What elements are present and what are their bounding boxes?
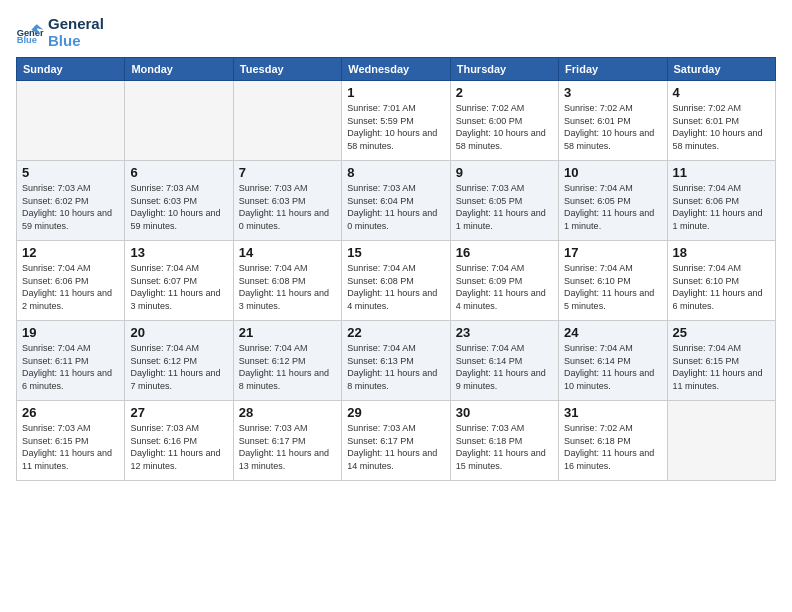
day-number: 11 xyxy=(673,165,770,180)
day-info: Sunrise: 7:03 AM Sunset: 6:18 PM Dayligh… xyxy=(456,422,553,472)
day-info: Sunrise: 7:04 AM Sunset: 6:12 PM Dayligh… xyxy=(130,342,227,392)
day-info: Sunrise: 7:04 AM Sunset: 6:10 PM Dayligh… xyxy=(564,262,661,312)
day-number: 10 xyxy=(564,165,661,180)
calendar-week-row: 1 Sunrise: 7:01 AM Sunset: 5:59 PM Dayli… xyxy=(17,81,776,161)
day-number: 16 xyxy=(456,245,553,260)
calendar-day: 30 Sunrise: 7:03 AM Sunset: 6:18 PM Dayl… xyxy=(450,401,558,481)
calendar-day: 8 Sunrise: 7:03 AM Sunset: 6:04 PM Dayli… xyxy=(342,161,450,241)
calendar-day: 29 Sunrise: 7:03 AM Sunset: 6:17 PM Dayl… xyxy=(342,401,450,481)
calendar-day: 1 Sunrise: 7:01 AM Sunset: 5:59 PM Dayli… xyxy=(342,81,450,161)
day-number: 2 xyxy=(456,85,553,100)
day-info: Sunrise: 7:03 AM Sunset: 6:16 PM Dayligh… xyxy=(130,422,227,472)
day-info: Sunrise: 7:03 AM Sunset: 6:02 PM Dayligh… xyxy=(22,182,119,232)
header: General Blue General Blue xyxy=(16,16,776,49)
day-info: Sunrise: 7:03 AM Sunset: 6:15 PM Dayligh… xyxy=(22,422,119,472)
day-number: 14 xyxy=(239,245,336,260)
day-info: Sunrise: 7:03 AM Sunset: 6:05 PM Dayligh… xyxy=(456,182,553,232)
calendar-day: 24 Sunrise: 7:04 AM Sunset: 6:14 PM Dayl… xyxy=(559,321,667,401)
calendar-week-row: 19 Sunrise: 7:04 AM Sunset: 6:11 PM Dayl… xyxy=(17,321,776,401)
day-info: Sunrise: 7:01 AM Sunset: 5:59 PM Dayligh… xyxy=(347,102,444,152)
calendar-day: 14 Sunrise: 7:04 AM Sunset: 6:08 PM Dayl… xyxy=(233,241,341,321)
day-info: Sunrise: 7:04 AM Sunset: 6:06 PM Dayligh… xyxy=(22,262,119,312)
day-number: 19 xyxy=(22,325,119,340)
calendar-day: 21 Sunrise: 7:04 AM Sunset: 6:12 PM Dayl… xyxy=(233,321,341,401)
calendar-day: 12 Sunrise: 7:04 AM Sunset: 6:06 PM Dayl… xyxy=(17,241,125,321)
calendar-day: 25 Sunrise: 7:04 AM Sunset: 6:15 PM Dayl… xyxy=(667,321,775,401)
day-info: Sunrise: 7:02 AM Sunset: 6:00 PM Dayligh… xyxy=(456,102,553,152)
day-number: 1 xyxy=(347,85,444,100)
day-info: Sunrise: 7:03 AM Sunset: 6:03 PM Dayligh… xyxy=(239,182,336,232)
day-number: 26 xyxy=(22,405,119,420)
day-info: Sunrise: 7:04 AM Sunset: 6:11 PM Dayligh… xyxy=(22,342,119,392)
col-tuesday: Tuesday xyxy=(233,58,341,81)
calendar-week-row: 26 Sunrise: 7:03 AM Sunset: 6:15 PM Dayl… xyxy=(17,401,776,481)
day-info: Sunrise: 7:04 AM Sunset: 6:14 PM Dayligh… xyxy=(564,342,661,392)
calendar-day: 28 Sunrise: 7:03 AM Sunset: 6:17 PM Dayl… xyxy=(233,401,341,481)
calendar-day: 9 Sunrise: 7:03 AM Sunset: 6:05 PM Dayli… xyxy=(450,161,558,241)
day-number: 5 xyxy=(22,165,119,180)
calendar-day: 3 Sunrise: 7:02 AM Sunset: 6:01 PM Dayli… xyxy=(559,81,667,161)
calendar-day: 16 Sunrise: 7:04 AM Sunset: 6:09 PM Dayl… xyxy=(450,241,558,321)
calendar-day: 17 Sunrise: 7:04 AM Sunset: 6:10 PM Dayl… xyxy=(559,241,667,321)
day-number: 23 xyxy=(456,325,553,340)
calendar-day: 20 Sunrise: 7:04 AM Sunset: 6:12 PM Dayl… xyxy=(125,321,233,401)
day-info: Sunrise: 7:04 AM Sunset: 6:08 PM Dayligh… xyxy=(239,262,336,312)
calendar-day: 11 Sunrise: 7:04 AM Sunset: 6:06 PM Dayl… xyxy=(667,161,775,241)
day-number: 9 xyxy=(456,165,553,180)
calendar-day: 19 Sunrise: 7:04 AM Sunset: 6:11 PM Dayl… xyxy=(17,321,125,401)
calendar-header-row: Sunday Monday Tuesday Wednesday Thursday… xyxy=(17,58,776,81)
day-info: Sunrise: 7:04 AM Sunset: 6:12 PM Dayligh… xyxy=(239,342,336,392)
day-number: 25 xyxy=(673,325,770,340)
calendar-day: 13 Sunrise: 7:04 AM Sunset: 6:07 PM Dayl… xyxy=(125,241,233,321)
calendar-day xyxy=(125,81,233,161)
day-info: Sunrise: 7:04 AM Sunset: 6:10 PM Dayligh… xyxy=(673,262,770,312)
calendar-day: 31 Sunrise: 7:02 AM Sunset: 6:18 PM Dayl… xyxy=(559,401,667,481)
calendar-week-row: 5 Sunrise: 7:03 AM Sunset: 6:02 PM Dayli… xyxy=(17,161,776,241)
day-number: 13 xyxy=(130,245,227,260)
day-info: Sunrise: 7:04 AM Sunset: 6:15 PM Dayligh… xyxy=(673,342,770,392)
day-number: 15 xyxy=(347,245,444,260)
day-info: Sunrise: 7:03 AM Sunset: 6:03 PM Dayligh… xyxy=(130,182,227,232)
day-number: 3 xyxy=(564,85,661,100)
day-info: Sunrise: 7:04 AM Sunset: 6:06 PM Dayligh… xyxy=(673,182,770,232)
calendar-day: 26 Sunrise: 7:03 AM Sunset: 6:15 PM Dayl… xyxy=(17,401,125,481)
calendar-week-row: 12 Sunrise: 7:04 AM Sunset: 6:06 PM Dayl… xyxy=(17,241,776,321)
calendar-day xyxy=(233,81,341,161)
day-number: 21 xyxy=(239,325,336,340)
col-thursday: Thursday xyxy=(450,58,558,81)
day-info: Sunrise: 7:03 AM Sunset: 6:17 PM Dayligh… xyxy=(239,422,336,472)
calendar-day: 15 Sunrise: 7:04 AM Sunset: 6:08 PM Dayl… xyxy=(342,241,450,321)
day-number: 28 xyxy=(239,405,336,420)
calendar-day: 5 Sunrise: 7:03 AM Sunset: 6:02 PM Dayli… xyxy=(17,161,125,241)
day-number: 29 xyxy=(347,405,444,420)
page-container: General Blue General Blue Sunday Monday … xyxy=(0,0,792,612)
day-info: Sunrise: 7:04 AM Sunset: 6:14 PM Dayligh… xyxy=(456,342,553,392)
col-sunday: Sunday xyxy=(17,58,125,81)
day-number: 17 xyxy=(564,245,661,260)
calendar-day: 2 Sunrise: 7:02 AM Sunset: 6:00 PM Dayli… xyxy=(450,81,558,161)
calendar-day: 23 Sunrise: 7:04 AM Sunset: 6:14 PM Dayl… xyxy=(450,321,558,401)
day-number: 27 xyxy=(130,405,227,420)
day-number: 6 xyxy=(130,165,227,180)
day-number: 4 xyxy=(673,85,770,100)
day-number: 12 xyxy=(22,245,119,260)
day-info: Sunrise: 7:03 AM Sunset: 6:17 PM Dayligh… xyxy=(347,422,444,472)
col-monday: Monday xyxy=(125,58,233,81)
day-info: Sunrise: 7:04 AM Sunset: 6:08 PM Dayligh… xyxy=(347,262,444,312)
logo: General Blue General Blue xyxy=(16,16,104,49)
day-number: 22 xyxy=(347,325,444,340)
col-saturday: Saturday xyxy=(667,58,775,81)
logo-icon: General Blue xyxy=(16,23,44,43)
calendar-day: 6 Sunrise: 7:03 AM Sunset: 6:03 PM Dayli… xyxy=(125,161,233,241)
calendar-day xyxy=(667,401,775,481)
day-number: 8 xyxy=(347,165,444,180)
day-info: Sunrise: 7:02 AM Sunset: 6:18 PM Dayligh… xyxy=(564,422,661,472)
day-info: Sunrise: 7:04 AM Sunset: 6:13 PM Dayligh… xyxy=(347,342,444,392)
day-info: Sunrise: 7:04 AM Sunset: 6:07 PM Dayligh… xyxy=(130,262,227,312)
calendar-day: 7 Sunrise: 7:03 AM Sunset: 6:03 PM Dayli… xyxy=(233,161,341,241)
calendar-day: 27 Sunrise: 7:03 AM Sunset: 6:16 PM Dayl… xyxy=(125,401,233,481)
calendar-day: 4 Sunrise: 7:02 AM Sunset: 6:01 PM Dayli… xyxy=(667,81,775,161)
day-number: 31 xyxy=(564,405,661,420)
calendar-day: 18 Sunrise: 7:04 AM Sunset: 6:10 PM Dayl… xyxy=(667,241,775,321)
day-info: Sunrise: 7:02 AM Sunset: 6:01 PM Dayligh… xyxy=(673,102,770,152)
